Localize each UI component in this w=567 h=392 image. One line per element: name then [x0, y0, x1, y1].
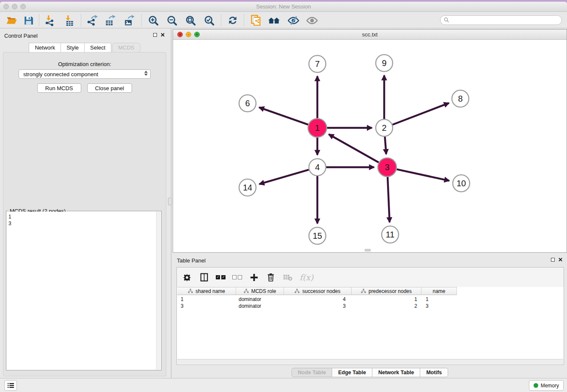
close-panel-button[interactable]: Close panel: [87, 83, 132, 93]
cell-mcds-role[interactable]: dominator: [236, 303, 284, 309]
control-panel-float-icon[interactable]: [153, 33, 157, 37]
criterion-dropdown[interactable]: strongly connected component: [19, 69, 151, 79]
show-all-networks-icon[interactable]: [268, 14, 281, 27]
export-image-icon[interactable]: [123, 14, 135, 27]
column-header-shared-name[interactable]: shared name: [177, 287, 236, 295]
cell-mcds-role[interactable]: dominator: [236, 296, 284, 303]
cell-successor-nodes[interactable]: 3: [284, 303, 352, 309]
network-graph[interactable]: 7968124314101511: [173, 40, 567, 253]
graph-node-label: 11: [386, 230, 395, 239]
tab-network[interactable]: Network: [29, 43, 61, 52]
network-window-titlebar: ✕ − + scc.txt: [173, 30, 567, 40]
table-panel-close-icon[interactable]: ✕: [558, 257, 563, 262]
show-eye-icon[interactable]: [306, 14, 318, 27]
hide-selected-icon[interactable]: [287, 14, 300, 27]
export-network-icon[interactable]: [85, 14, 98, 27]
zoom-selected-icon[interactable]: [203, 14, 215, 27]
graph-edge[interactable]: [388, 177, 390, 222]
control-panel: Control Panel ✕ Network Style Select MCD…: [0, 29, 169, 378]
graph-edge[interactable]: [393, 103, 449, 124]
graph-edge[interactable]: [396, 169, 449, 181]
table-row[interactable]: 3 dominator 3 2 3: [177, 303, 457, 309]
graph-edge[interactable]: [385, 137, 386, 154]
tree-icon: [188, 289, 193, 293]
import-table-icon[interactable]: [63, 14, 75, 27]
cell-shared-name[interactable]: 3: [177, 303, 236, 309]
column-header-predecessor-nodes[interactable]: predecessor nodes: [352, 287, 421, 295]
result-line: 3: [8, 220, 154, 227]
table-panel-float-icon[interactable]: [551, 258, 555, 262]
network-canvas[interactable]: 7968124314101511: [173, 40, 567, 252]
graph-node-label: 3: [385, 163, 389, 172]
application-window: Session: New Session: [0, 2, 567, 392]
search-input[interactable]: [440, 15, 562, 25]
search-field[interactable]: [440, 15, 562, 25]
cell-predecessor-nodes[interactable]: 1: [352, 296, 421, 303]
tab-motifs[interactable]: Motifs: [420, 368, 448, 377]
table-panel-tabs: Node Table Edge Table Network Table Moti…: [173, 368, 567, 377]
deselect-all-icon[interactable]: [232, 275, 242, 279]
graph-edge[interactable]: [259, 170, 309, 184]
mcds-result-group: MCDS result (2 nodes) 1 3: [6, 211, 162, 370]
cell-name[interactable]: 1: [421, 296, 457, 303]
column-header-name[interactable]: name: [421, 287, 457, 295]
search-icon: [443, 17, 449, 23]
control-panel-close-icon[interactable]: ✕: [160, 32, 165, 38]
cell-predecessor-nodes[interactable]: 2: [352, 303, 421, 309]
network-view-window: ✕ − + scc.txt 7968124314101511: [173, 29, 567, 253]
column-header-successor-nodes[interactable]: successor nodes: [284, 287, 352, 295]
delete-trash-icon[interactable]: [266, 272, 276, 282]
network-scrollbar-thumb[interactable]: [365, 249, 371, 251]
optimization-criterion-label: Optimization criterion:: [3, 61, 166, 67]
refresh-layout-icon[interactable]: [226, 14, 239, 27]
tab-node-table[interactable]: Node Table: [292, 368, 332, 377]
tab-select[interactable]: Select: [85, 43, 111, 52]
control-panel-title: Control Panel: [4, 33, 38, 39]
graph-node-label: 7: [315, 59, 319, 69]
memory-button[interactable]: Memory: [529, 380, 564, 391]
status-bar: Memory: [0, 378, 567, 392]
graph-node-label: 15: [313, 231, 322, 240]
window-titlebar: Session: New Session: [0, 2, 567, 12]
toolbar-separator: [141, 14, 142, 26]
control-panel-tabs: Network Style Select MCDS: [0, 43, 169, 52]
delete-table-icon[interactable]: [283, 272, 293, 282]
graph-node-label: 14: [243, 183, 252, 192]
open-file-icon[interactable]: [5, 14, 18, 27]
graph-edge[interactable]: [259, 108, 308, 125]
export-table-icon[interactable]: [104, 14, 116, 27]
tree-icon: [295, 289, 300, 293]
tab-style[interactable]: Style: [61, 43, 85, 52]
criterion-value: strongly connected component: [23, 71, 98, 77]
show-columns-icon[interactable]: [199, 272, 209, 282]
table-hscrollbar[interactable]: [177, 359, 563, 364]
function-builder-icon[interactable]: f(x): [300, 273, 314, 282]
panel-splitter-handle[interactable]: [168, 198, 172, 205]
graph-node-label: 8: [458, 94, 462, 103]
run-mcds-button[interactable]: Run MCDS: [37, 83, 81, 93]
add-row-plus-icon[interactable]: [249, 272, 259, 282]
zoom-fit-icon[interactable]: [184, 14, 197, 27]
result-scrollbar[interactable]: [156, 212, 161, 370]
cell-successor-nodes[interactable]: 4: [284, 296, 352, 303]
tab-edge-table[interactable]: Edge Table: [332, 368, 372, 377]
table-row[interactable]: 1 dominator 4 1 1: [177, 296, 457, 303]
tab-network-table[interactable]: Network Table: [372, 368, 421, 377]
zoom-in-icon[interactable]: [147, 14, 160, 27]
task-history-button[interactable]: [4, 380, 17, 391]
graph-edge[interactable]: [329, 134, 379, 162]
cell-shared-name[interactable]: 1: [177, 296, 236, 303]
save-session-icon[interactable]: [22, 14, 35, 27]
duplicate-network-icon[interactable]: [250, 14, 262, 27]
toolbar-separator: [244, 14, 244, 26]
zoom-out-icon[interactable]: [165, 14, 178, 27]
table-settings-gear-icon[interactable]: [182, 272, 192, 282]
column-header-mcds-role[interactable]: MCDS role: [236, 287, 284, 295]
cell-name[interactable]: 3: [421, 303, 457, 309]
tree-icon: [244, 289, 249, 293]
memory-status-icon: [534, 383, 538, 388]
select-all-icon[interactable]: ✓✓: [216, 275, 226, 279]
main-toolbar: [0, 12, 567, 28]
import-network-icon[interactable]: [43, 14, 56, 27]
tab-mcds[interactable]: MCDS: [112, 43, 140, 52]
